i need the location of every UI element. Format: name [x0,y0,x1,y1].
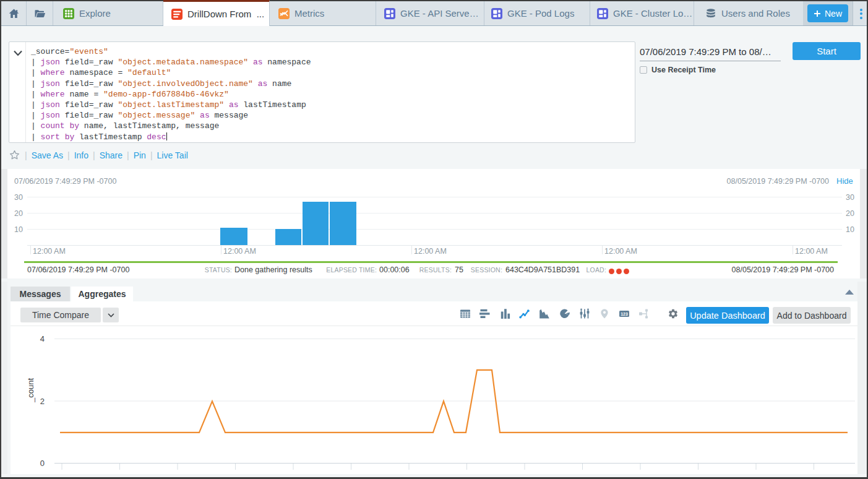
svg-text:123: 123 [621,312,628,316]
